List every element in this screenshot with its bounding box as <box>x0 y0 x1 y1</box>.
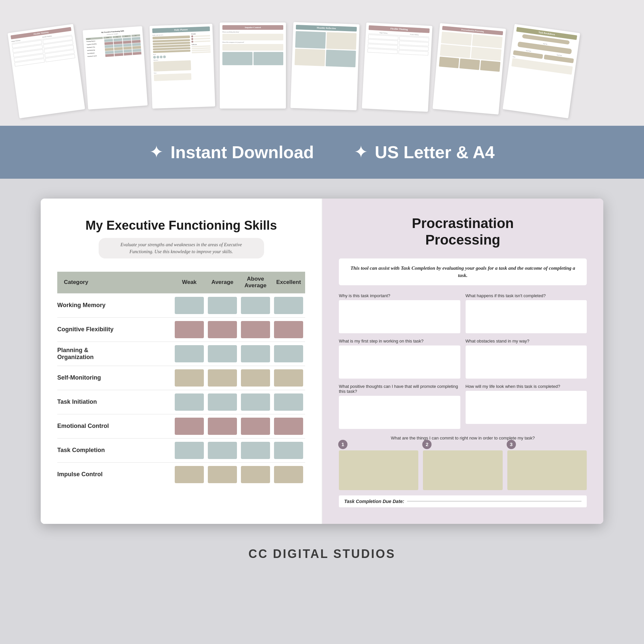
question-block-4: What obstacles stand in my way? <box>466 339 587 379</box>
category-label-4: Task Initiation <box>57 390 173 414</box>
skill-cell-0-2 <box>239 293 272 317</box>
preview-card-3: Daily Planner DATE: S M T W T F S Mood <box>150 24 215 109</box>
skill-cell-3-1 <box>206 366 239 390</box>
skill-cell-7-0 <box>173 462 206 486</box>
skill-cell-4-2 <box>239 390 272 414</box>
due-date-row: Task Completion Due Date: <box>339 495 587 507</box>
commit-box-2: 2 <box>423 444 502 490</box>
preview-card-6: Flexible Thinking Ridged Thinking Flexib… <box>362 22 432 112</box>
skills-table: Category Weak Average AboveAverage Excel… <box>57 272 305 486</box>
table-row: Planning &Organization <box>57 342 305 366</box>
question-label-1: Why is this task important? <box>339 293 460 298</box>
commit-section: What are the things I can commit to righ… <box>339 436 587 490</box>
preview-card-2: My Executive Functioning Skills Evaluate… <box>83 26 148 110</box>
skill-cell-5-0 <box>173 414 206 438</box>
commit-number-1: 1 <box>338 440 347 449</box>
category-label-7: Impulse Control <box>57 462 173 486</box>
skill-cell-4-1 <box>206 390 239 414</box>
book-spread: My Executive Functioning Skills Evaluate… <box>41 199 603 524</box>
col-header-average: Average <box>206 272 239 293</box>
banner-item-1: ✦ Instant Download <box>149 142 314 162</box>
banner-item-2: ✦ US Letter & A4 <box>354 142 495 162</box>
main-content: My Executive Functioning Skills Evaluate… <box>0 179 644 537</box>
banner: ✦ Instant Download ✦ US Letter & A4 <box>0 126 644 179</box>
skill-cell-2-1 <box>206 342 239 366</box>
preview-strip: Flexible Thinking Ridged Thinking Flexib… <box>0 0 644 126</box>
right-page-title: ProcrastinationProcessing <box>339 215 587 249</box>
answer-box-4 <box>466 345 587 379</box>
commit-box-3: 3 <box>507 444 587 490</box>
table-row: Impulse Control <box>57 462 305 486</box>
commit-box-1: 1 <box>339 444 418 490</box>
left-page: My Executive Functioning Skills Evaluate… <box>41 199 322 524</box>
commit-number-3: 3 <box>507 440 516 449</box>
question-label-6: How will my life look when this task is … <box>466 384 587 389</box>
category-label-5: Emotional Control <box>57 414 173 438</box>
commit-answer-1 <box>339 450 418 490</box>
commit-label: What are the things I can commit to righ… <box>339 436 587 440</box>
skill-cell-5-3 <box>272 414 305 438</box>
table-row: Emotional Control <box>57 414 305 438</box>
skill-cell-0-3 <box>272 293 305 317</box>
commit-number-2: 2 <box>422 440 432 449</box>
question-block-3: What is my first step in working on this… <box>339 339 460 379</box>
skill-cell-4-3 <box>272 390 305 414</box>
star-icon-2: ✦ <box>354 144 368 161</box>
right-page: ProcrastinationProcessing This tool can … <box>322 199 603 524</box>
question-grid: Why is this task important? What happens… <box>339 293 587 429</box>
question-label-4: What obstacles stand in my way? <box>466 339 587 344</box>
skill-cell-6-1 <box>206 438 239 462</box>
preview-card-8: Task Breakdown Big Task Small Task Small… <box>503 24 580 118</box>
footer-text: CC DIGITAL STUDIOS <box>249 547 396 561</box>
preview-card-7: Procrastination Processing <box>433 23 506 114</box>
skill-cell-3-3 <box>272 366 305 390</box>
skill-cell-0-1 <box>206 293 239 317</box>
question-block-2: What happens if this task isn't complete… <box>466 293 587 333</box>
question-label-3: What is my first step in working on this… <box>339 339 460 344</box>
left-page-title: My Executive Functioning Skills <box>57 218 305 233</box>
category-label-2: Planning &Organization <box>57 342 173 366</box>
commit-answer-3 <box>507 450 587 490</box>
col-header-weak: Weak <box>173 272 206 293</box>
col-header-above: AboveAverage <box>239 272 272 293</box>
skill-cell-4-0 <box>173 390 206 414</box>
skill-cell-1-1 <box>206 317 239 342</box>
right-intro-box: This tool can assist with Task Completio… <box>339 258 587 285</box>
question-label-2: What happens if this task isn't complete… <box>466 293 587 298</box>
table-row: Task Completion <box>57 438 305 462</box>
skill-cell-6-0 <box>173 438 206 462</box>
answer-box-3 <box>339 345 460 379</box>
answer-box-2 <box>466 300 587 333</box>
skill-cell-3-0 <box>173 366 206 390</box>
col-header-excellent: Excellent <box>272 272 305 293</box>
preview-card-5: Monthly Reflection <box>291 22 360 111</box>
category-label-6: Task Completion <box>57 438 173 462</box>
due-date-line <box>407 501 581 501</box>
skill-cell-2-0 <box>173 342 206 366</box>
table-row: Cognitive Flexibility <box>57 317 305 342</box>
skill-cell-6-2 <box>239 438 272 462</box>
skill-cell-7-2 <box>239 462 272 486</box>
category-label-1: Cognitive Flexibility <box>57 317 173 342</box>
skill-cell-5-2 <box>239 414 272 438</box>
banner-text-2: US Letter & A4 <box>375 142 495 162</box>
skill-cell-3-2 <box>239 366 272 390</box>
question-label-5: What positive thoughts can I have that w… <box>339 384 460 394</box>
commit-answer-2 <box>423 450 502 490</box>
question-block-1: Why is this task important? <box>339 293 460 333</box>
skill-cell-6-3 <box>272 438 305 462</box>
skill-cell-2-2 <box>239 342 272 366</box>
table-row: Self-Monitoring <box>57 366 305 390</box>
skill-cell-2-3 <box>272 342 305 366</box>
skill-cell-7-3 <box>272 462 305 486</box>
question-block-5: What positive thoughts can I have that w… <box>339 384 460 429</box>
preview-card-1: Flexible Thinking Ridged Thinking Flexib… <box>8 24 85 118</box>
answer-box-1 <box>339 300 460 333</box>
answer-box-5 <box>339 396 460 429</box>
skill-cell-1-0 <box>173 317 206 342</box>
preview-card-4: Impulse Control What are you thinking ab… <box>220 23 286 109</box>
skill-cell-1-2 <box>239 317 272 342</box>
category-label-3: Self-Monitoring <box>57 366 173 390</box>
table-row: Task Initiation <box>57 390 305 414</box>
star-icon-1: ✦ <box>149 144 164 161</box>
